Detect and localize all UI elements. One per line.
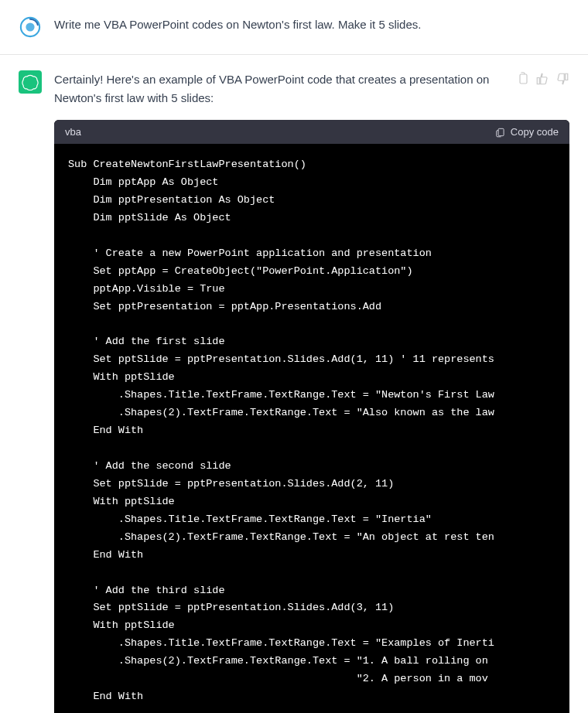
thumbs-up-icon[interactable]: [535, 72, 549, 86]
assistant-avatar: [19, 70, 42, 94]
assistant-intro-text: Certainly! Here's an example of VBA Powe…: [54, 70, 506, 107]
user-avatar: [19, 15, 42, 39]
svg-point-1: [26, 22, 34, 31]
user-message-body: Write me VBA PowerPoint codes on Newton'…: [54, 15, 569, 39]
assistant-message: Certainly! Here's an example of VBA Powe…: [0, 55, 588, 713]
assistant-message-body: Certainly! Here's an example of VBA Powe…: [54, 70, 569, 713]
user-avatar-icon: [19, 16, 41, 38]
clipboard-icon[interactable]: [515, 72, 529, 86]
assistant-avatar-icon: [22, 73, 39, 90]
code-content: Sub CreateNewtonFirstLawPresentation() D…: [54, 144, 569, 713]
code-language-label: vba: [65, 126, 81, 138]
copy-code-label: Copy code: [511, 126, 559, 138]
user-message: Write me VBA PowerPoint codes on Newton'…: [0, 0, 588, 55]
user-message-text: Write me VBA PowerPoint codes on Newton'…: [54, 15, 569, 34]
code-header: vba Copy code: [54, 120, 569, 144]
svg-rect-2: [520, 74, 527, 84]
clipboard-icon: [495, 127, 506, 138]
thumbs-down-icon[interactable]: [556, 72, 569, 86]
svg-rect-3: [498, 128, 504, 135]
message-actions: [515, 72, 569, 86]
copy-code-button[interactable]: Copy code: [495, 126, 559, 138]
code-block: vba Copy code Sub CreateNewtonFirstLawPr…: [54, 120, 569, 713]
